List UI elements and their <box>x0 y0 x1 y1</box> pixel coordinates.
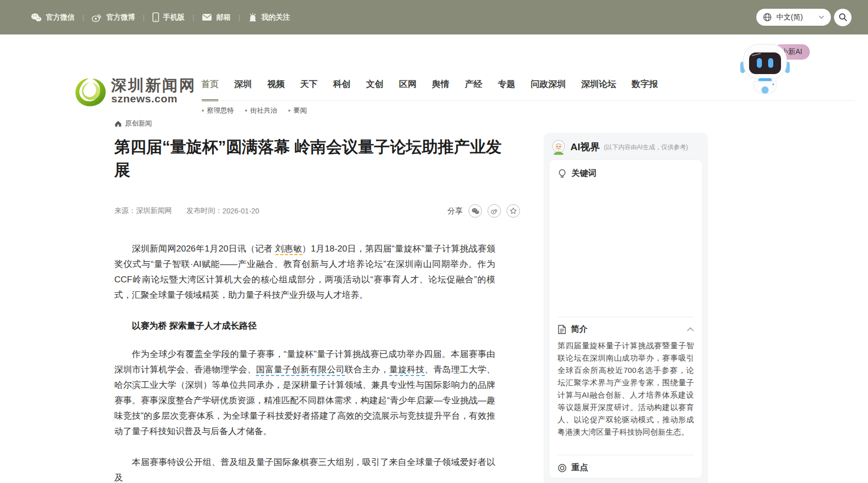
highlights-section-header[interactable]: 重点 <box>558 455 694 477</box>
keywords-title: 关键词 <box>571 168 596 179</box>
article-paragraph: 本届赛事特设公开组、普及组及量子国际象棋赛三大组别，吸引了来自全球量子领域爱好者… <box>114 455 495 483</box>
wechat-icon <box>472 208 479 214</box>
chevron-down-icon <box>819 15 824 19</box>
spacer <box>558 438 694 455</box>
site-logo[interactable]: 深圳新闻网 sznews.com <box>75 78 196 108</box>
org-link[interactable]: 国富量子创新有限公司 <box>256 365 344 376</box>
nav-item-districts[interactable]: 区网 <box>399 78 416 101</box>
separator: | <box>238 13 240 21</box>
search-icon <box>839 13 847 22</box>
nav-item-economy[interactable]: 产经 <box>465 78 482 101</box>
subnav-item-jieshe[interactable]: 街社共治 <box>245 106 277 115</box>
share-wechat-button[interactable] <box>468 204 482 218</box>
mobile-icon <box>152 12 159 22</box>
topbar-link-mobile[interactable]: 手机版 <box>152 12 185 22</box>
nav-item-world[interactable]: 天下 <box>300 78 318 101</box>
subnav-item-chalisite[interactable]: 察理思特 <box>202 106 234 115</box>
separator: | <box>143 13 144 21</box>
nav-item-special[interactable]: 专题 <box>498 78 515 101</box>
robot-icon <box>739 41 791 97</box>
topbar: 官方微信 | 官方微博 | 手机版 | 邮箱 | 我的关注 中文(简) <box>0 0 868 34</box>
separator: | <box>82 13 84 21</box>
nav-item-culture[interactable]: 文创 <box>366 78 384 101</box>
separator: | <box>193 13 194 21</box>
topbar-link-label: 官方微博 <box>106 13 135 22</box>
paragraph-text: 本届赛事特设公开组、普及组及量子国际象棋赛三大组别，吸引了来自全球量子领域爱好者… <box>114 457 495 482</box>
source-label: 来源： <box>114 206 136 216</box>
author-link[interactable]: 刘惠敏 <box>275 244 302 255</box>
keywords-content <box>558 184 694 317</box>
ai-disclaimer: (以下内容由AI生成，仅供参考) <box>604 143 688 152</box>
ai-avatar <box>551 139 566 155</box>
nav-item-tech[interactable]: 科创 <box>333 78 351 101</box>
nav-item-digital[interactable]: 数字报 <box>632 78 658 101</box>
article-column: 原创新闻 第四届“量旋杯”圆满落幕 岭南会议量子论坛助推产业发展 来源： 深圳新… <box>114 119 520 483</box>
topbar-link-follow[interactable]: 我的关注 <box>248 12 290 22</box>
article-subheading: 以赛为桥 探索量子人才成长路径 <box>114 318 495 334</box>
lightbulb-icon <box>558 169 567 178</box>
nav-divider <box>201 100 855 101</box>
summary-content: 第四届量旋杯量子计算挑战赛暨量子智联论坛在深圳南山成功举办，赛事吸引全球百余所高… <box>558 339 694 438</box>
target-icon <box>558 463 567 473</box>
logo-domain: sznews.com <box>111 93 196 104</box>
mail-icon <box>202 13 212 21</box>
nav-item-forum[interactable]: 深圳论坛 <box>581 78 616 101</box>
topbar-link-wechat[interactable]: 官方微信 <box>31 13 75 22</box>
ai-sidebar-body: 关键词 简介 第四届量旋杯量子计算挑战赛暨量子智联论坛在深圳南山成功举办，赛事吸… <box>549 159 703 478</box>
summary-title: 简介 <box>571 324 587 335</box>
keywords-section-header: 关键词 <box>558 160 694 184</box>
chevron-up-icon[interactable] <box>687 327 694 332</box>
article-paragraph: 深圳新闻网2026年1月20日讯（记者 刘惠敏）1月18-20日，第四届“量旋杯… <box>114 241 495 303</box>
nav-item-gov[interactable]: 问政深圳 <box>531 78 566 101</box>
ai-sidebar-header: AI视界 (以下内容由AI生成，仅供参考) <box>544 133 708 159</box>
ai-sidebar-title: AI视界 <box>570 140 600 154</box>
share-label: 分享 <box>447 206 463 216</box>
topbar-link-mail[interactable]: 邮箱 <box>202 13 231 22</box>
share-weibo-button[interactable] <box>488 204 501 218</box>
summary-section-header[interactable]: 简介 <box>558 317 694 339</box>
language-selector[interactable]: 中文(简) <box>756 9 831 26</box>
topbar-link-label: 邮箱 <box>216 13 231 22</box>
article-title: 第四届“量旋杯”圆满落幕 岭南会议量子论坛助推产业发展 <box>114 135 504 182</box>
topbar-link-weibo[interactable]: 官方微博 <box>92 13 135 22</box>
sub-nav: 察理思特 街社共治 要闻 <box>202 106 307 115</box>
nav-item-opinion[interactable]: 舆情 <box>432 78 449 101</box>
time-value: 2026-01-20 <box>222 207 259 215</box>
logo-title: 深圳新闻网 <box>111 78 196 93</box>
topbar-link-label: 官方微信 <box>46 13 75 22</box>
star-icon <box>510 207 517 214</box>
article-paragraph: 作为全球少有覆盖全学段的量子赛事，“量旋杯”量子计算挑战赛已成功举办四届。本届赛… <box>114 347 495 439</box>
article-meta: 来源： 深圳新闻网 发布时间： 2026-01-20 分享 <box>114 204 520 218</box>
weibo-icon <box>92 13 102 22</box>
share-bar: 分享 <box>447 204 520 218</box>
subnav-item-yaowen[interactable]: 要闻 <box>288 106 307 115</box>
breadcrumb-label: 原创新闻 <box>125 119 152 128</box>
language-value: 中文(简) <box>776 13 803 22</box>
weibo-icon <box>491 208 498 214</box>
source-value: 深圳新闻网 <box>136 206 172 216</box>
search-button[interactable] <box>834 9 852 26</box>
highlights-title: 重点 <box>571 462 588 473</box>
paragraph-text: 以赛为桥 探索量子人才成长路径 <box>132 321 257 331</box>
logo-swoosh-icon <box>75 78 107 108</box>
ai-sidebar: AI视界 (以下内容由AI生成，仅供参考) 关键词 简介 第四届量旋杯量子计算挑… <box>544 133 708 483</box>
home-icon <box>114 120 122 128</box>
nav-item-shenzhen[interactable]: 深圳 <box>234 78 252 101</box>
time-label: 发布时间： <box>186 206 222 216</box>
main-nav: 首页 深圳 视频 天下 科创 文创 区网 舆情 产经 专题 问政深圳 深圳论坛 … <box>201 78 658 101</box>
breadcrumb[interactable]: 原创新闻 <box>114 119 152 128</box>
paragraph-text: 深圳新闻网2026年1月20日讯（记者 <box>132 244 275 254</box>
topbar-link-label: 我的关注 <box>262 13 290 22</box>
nav-item-home[interactable]: 首页 <box>201 78 219 101</box>
bell-icon <box>248 12 257 22</box>
favorite-star-button[interactable] <box>507 204 520 218</box>
globe-icon <box>763 13 772 22</box>
article-body: 深圳新闻网2026年1月20日讯（记者 刘惠敏）1月18-20日，第四届“量旋杯… <box>114 241 495 483</box>
ai-robot-mascot[interactable] <box>739 41 791 97</box>
paragraph-text: 联合主办， <box>345 365 389 374</box>
topbar-link-label: 手机版 <box>163 13 185 22</box>
document-icon <box>558 325 566 334</box>
org-link[interactable]: 量旋科技 <box>389 365 425 376</box>
site-header: 深圳新闻网 sznews.com 首页 深圳 视频 天下 科创 文创 区网 舆情… <box>0 34 868 86</box>
nav-item-video[interactable]: 视频 <box>267 78 285 101</box>
